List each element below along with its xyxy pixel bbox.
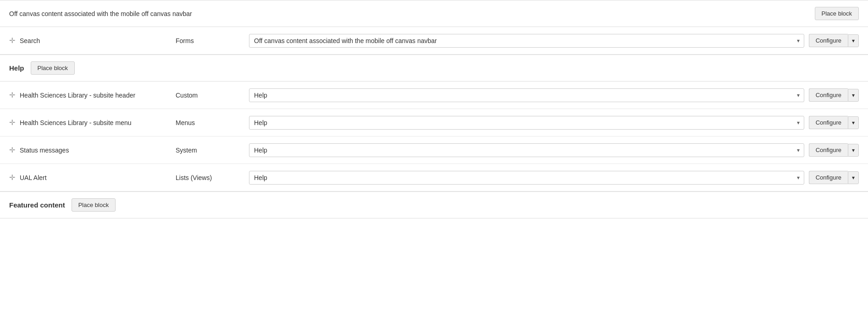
help-section-header: Help Place block: [0, 55, 868, 82]
search-configure-group: Configure ▾: [809, 34, 859, 47]
help-row-3-configure-group: Configure ▾: [809, 171, 859, 184]
help-row-3-dropdown-arrow-icon: ▾: [852, 175, 855, 181]
help-row-3-region-select[interactable]: Help Off canvas content associated with …: [249, 171, 804, 185]
help-row-2-dropdown-arrow-icon: ▾: [852, 147, 855, 153]
help-row-2-configure-group: Configure ▾: [809, 143, 859, 157]
help-place-block-button[interactable]: Place block: [31, 61, 75, 75]
featured-place-block-button[interactable]: Place block: [72, 198, 116, 212]
help-row-1-configure-button[interactable]: Configure: [809, 116, 848, 129]
help-row-1-region-select[interactable]: Help Off canvas content associated with …: [249, 116, 804, 130]
top-place-block-button[interactable]: Place block: [815, 7, 859, 20]
top-section-header: Off canvas content associated with the m…: [0, 0, 868, 27]
search-dropdown-arrow-icon: ▾: [852, 38, 855, 44]
help-row-1-dropdown-button[interactable]: ▾: [848, 116, 859, 129]
help-row-1-type: Menus: [176, 119, 249, 126]
help-row-0-dropdown-arrow-icon: ▾: [852, 92, 855, 98]
help-row-2-configure-button[interactable]: Configure: [809, 143, 848, 157]
help-row-3-type: Lists (Views): [176, 174, 249, 181]
help-row-0-configure-button[interactable]: Configure: [809, 88, 848, 102]
help-row-3-name: UAL Alert: [20, 174, 176, 181]
help-row-3-drag-handle[interactable]: ✛: [9, 173, 15, 182]
search-block-type: Forms: [176, 37, 249, 44]
featured-section-title: Featured content: [9, 201, 65, 209]
help-row-2-region-select-wrapper: Help Off canvas content associated with …: [249, 143, 804, 157]
help-row-0-name: Health Sciences Library - subsite header: [20, 92, 176, 99]
search-block-name: Search: [20, 37, 176, 44]
help-row-1-name: Health Sciences Library - subsite menu: [20, 119, 176, 126]
help-row-2-dropdown-button[interactable]: ▾: [848, 144, 859, 157]
help-row-0-type: Custom: [176, 92, 249, 99]
help-row-2-name: Status messages: [20, 147, 176, 154]
search-configure-button[interactable]: Configure: [809, 34, 848, 47]
help-row-2: ✛ Status messages System Help Off canvas…: [0, 136, 868, 164]
help-row-2-region-select[interactable]: Help Off canvas content associated with …: [249, 143, 804, 157]
help-row-1-drag-handle[interactable]: ✛: [9, 118, 15, 127]
search-region-select-wrapper: Off canvas content associated with the m…: [249, 34, 804, 48]
top-section-label: Off canvas content associated with the m…: [9, 10, 192, 17]
featured-section-header: Featured content Place block: [0, 191, 868, 218]
help-row-3: ✛ UAL Alert Lists (Views) Help Off canva…: [0, 164, 868, 191]
help-row-0-configure-group: Configure ▾: [809, 88, 859, 102]
help-row-1-dropdown-arrow-icon: ▾: [852, 120, 855, 126]
help-row-2-drag-handle[interactable]: ✛: [9, 146, 15, 154]
help-row-1: ✛ Health Sciences Library - subsite menu…: [0, 109, 868, 136]
search-configure-dropdown-button[interactable]: ▾: [848, 34, 859, 47]
help-row-3-dropdown-button[interactable]: ▾: [848, 171, 859, 184]
search-region-select[interactable]: Off canvas content associated with the m…: [249, 34, 804, 48]
help-row-0-drag-handle[interactable]: ✛: [9, 91, 15, 99]
help-row-2-type: System: [176, 147, 249, 154]
help-row-0: ✛ Health Sciences Library - subsite head…: [0, 82, 868, 109]
search-block-row: ✛ Search Forms Off canvas content associ…: [0, 27, 868, 55]
help-row-3-region-select-wrapper: Help Off canvas content associated with …: [249, 171, 804, 185]
help-row-0-region-select[interactable]: Help Off canvas content associated with …: [249, 88, 804, 102]
help-row-1-configure-group: Configure ▾: [809, 116, 859, 129]
search-drag-handle[interactable]: ✛: [9, 36, 15, 45]
help-section-title: Help: [9, 64, 24, 72]
help-row-3-configure-button[interactable]: Configure: [809, 171, 848, 184]
help-row-1-region-select-wrapper: Help Off canvas content associated with …: [249, 116, 804, 130]
help-row-0-dropdown-button[interactable]: ▾: [848, 89, 859, 102]
help-row-0-region-select-wrapper: Help Off canvas content associated with …: [249, 88, 804, 102]
